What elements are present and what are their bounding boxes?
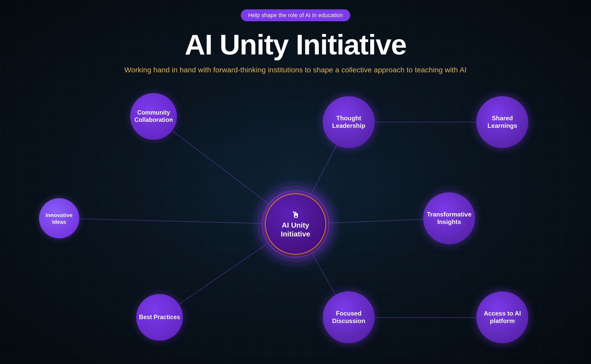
header: Help shape the role of AI in education A… bbox=[0, 0, 591, 74]
node-innovative-ideas[interactable]: Innovative Ideas bbox=[39, 198, 79, 239]
node-access-ai-platform[interactable]: Access to AI platform bbox=[476, 291, 528, 343]
node-center[interactable]: 🖱 AI Unity Initiative bbox=[262, 190, 329, 258]
node-best-practices[interactable]: Best Practices bbox=[136, 294, 183, 341]
page-wrapper: Help shape the role of AI in education A… bbox=[0, 0, 591, 364]
node-shared-learnings[interactable]: Shared Learnings bbox=[476, 96, 528, 148]
node-transformative-insights[interactable]: Transformative Insights bbox=[423, 192, 475, 244]
node-focused-discussion[interactable]: Focused Discussion bbox=[323, 291, 375, 343]
network-diagram: 🖱 AI Unity Initiative Community Collabor… bbox=[0, 73, 591, 364]
badge[interactable]: Help shape the role of AI in education bbox=[241, 9, 350, 21]
svg-line-5 bbox=[59, 218, 296, 224]
node-thought-leadership[interactable]: Thought Leadership bbox=[323, 96, 375, 148]
node-community-collaboration[interactable]: Community Collaboration bbox=[130, 93, 177, 140]
page-title: AI Unity Initiative bbox=[0, 30, 591, 60]
